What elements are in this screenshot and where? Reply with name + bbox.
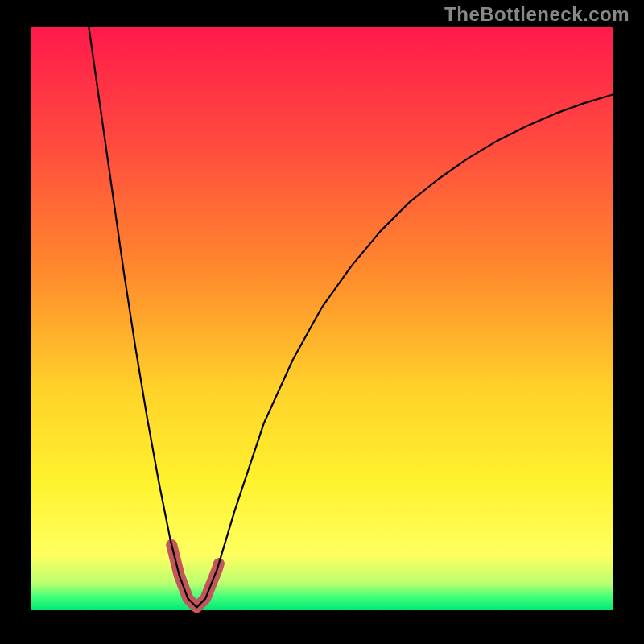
plot-background <box>31 27 613 610</box>
watermark-text: TheBottleneck.com <box>444 3 630 26</box>
bottleneck-chart <box>0 0 644 644</box>
chart-frame: { "watermark": "TheBottleneck.com", "col… <box>0 0 644 644</box>
